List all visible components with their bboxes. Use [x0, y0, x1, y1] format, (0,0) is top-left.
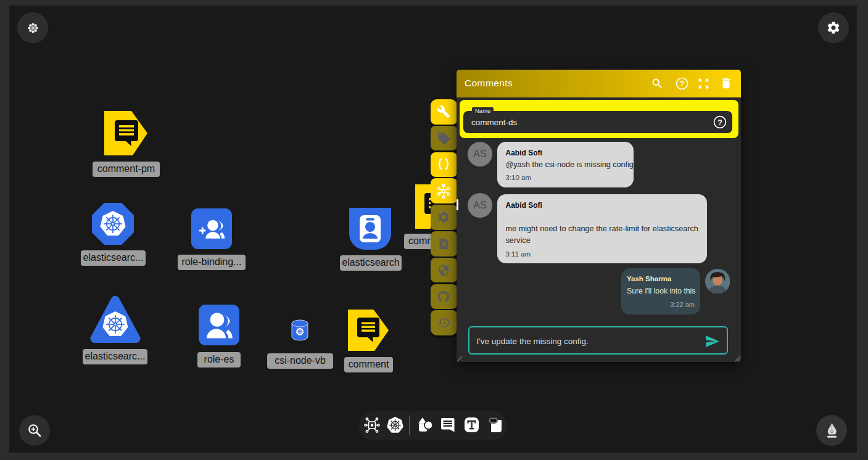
svg-text:?: ? — [717, 117, 722, 126]
svg-text:?: ? — [680, 80, 685, 88]
